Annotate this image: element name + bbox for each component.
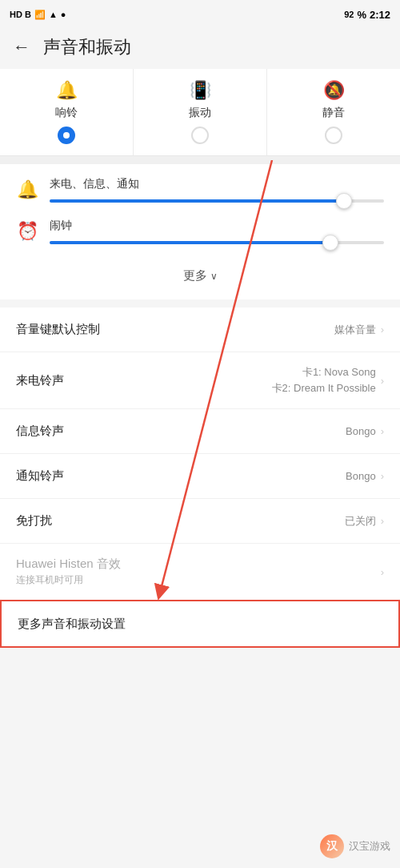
notification-vol-content: 来电、信息、通知 <box>50 177 384 203</box>
message-tone-label: 信息铃声 <box>16 424 346 439</box>
alarm-slider-fill <box>50 241 330 244</box>
alarm-slider-track <box>50 241 384 244</box>
volume-key-value: 媒体音量 <box>334 323 376 337</box>
volume-key-label: 音量键默认控制 <box>16 322 334 337</box>
page-wrapper: HD B 📶 ▲ ● 92 % 2:12 ← 声音和振动 🔔 响铃 📳 振动 🔕… <box>0 0 400 648</box>
more-chevron-icon: ∨ <box>210 271 218 282</box>
volume-key-chevron: › <box>381 323 384 336</box>
message-tone-chevron: › <box>381 425 384 437</box>
notification-tone-chevron: › <box>381 470 384 482</box>
notification-slider-thumb[interactable] <box>336 193 352 209</box>
ringtone-card1: 卡1: Nova Song <box>302 365 376 380</box>
more-label: 更多 <box>183 268 207 283</box>
ringtone-label: 来电铃声 <box>16 373 272 388</box>
notification-vol-icon: 🔔 <box>16 179 38 200</box>
ringtone-right: 卡1: Nova Song 卡2: Dream It Possible › <box>272 365 384 396</box>
notification-tone-value: Bongo <box>346 470 376 482</box>
settings-item-volume-key[interactable]: 音量键默认控制 媒体音量 › <box>0 307 400 352</box>
ringtone-card2: 卡2: Dream It Possible <box>272 381 376 396</box>
alarm-vol-icon: ⏰ <box>16 221 38 242</box>
dnd-right: 已关闭 › <box>345 514 384 528</box>
ring-mode-silent-label: 静音 <box>322 106 345 120</box>
histen-content: Huawei Histen 音效 连接耳机时可用 <box>16 557 121 587</box>
ring-radio-silent[interactable] <box>325 127 342 144</box>
watermark-logo: 汉 <box>320 834 344 858</box>
status-icons: ● <box>61 10 66 19</box>
histen-right: › <box>379 566 384 578</box>
status-bar: HD B 📶 ▲ ● 92 % 2:12 <box>0 0 400 29</box>
settings-item-notification-tone[interactable]: 通知铃声 Bongo › <box>0 454 400 499</box>
histen-sub-label: 连接耳机时可用 <box>16 573 121 587</box>
ring-mode-silent[interactable]: 🔕 静音 <box>267 69 400 155</box>
settings-item-histen[interactable]: Huawei Histen 音效 连接耳机时可用 › <box>0 544 400 600</box>
dnd-chevron: › <box>381 515 384 527</box>
notification-slider-track <box>50 199 384 203</box>
histen-chevron: › <box>381 566 384 578</box>
notification-vol-label: 来电、信息、通知 <box>50 177 384 191</box>
battery-indicator: 92 <box>344 10 354 19</box>
page-title: 声音和振动 <box>43 35 131 59</box>
message-tone-right: Bongo › <box>346 425 384 437</box>
more-settings-label: 更多声音和振动设置 <box>18 617 382 632</box>
volume-section: 🔔 来电、信息、通知 ⏰ 闹钟 更多 ∨ <box>0 164 400 299</box>
ringtone-chevron: › <box>381 375 384 387</box>
status-network: HD B <box>10 10 31 19</box>
more-settings-container: 更多声音和振动设置 <box>0 600 400 648</box>
settings-item-ringtone[interactable]: 来电铃声 卡1: Nova Song 卡2: Dream It Possible… <box>0 352 400 409</box>
notification-tone-label: 通知铃声 <box>16 468 346 484</box>
ring-radio-vibrate[interactable] <box>191 127 209 144</box>
status-right: 92 % 2:12 <box>344 9 390 21</box>
vibrate-icon: 📳 <box>190 80 211 101</box>
volume-key-right: 媒体音量 › <box>334 323 384 337</box>
more-button[interactable]: 更多 ∨ <box>16 260 384 287</box>
ring-mode-vibrate-label: 振动 <box>189 106 211 120</box>
ringtone-multi-value: 卡1: Nova Song 卡2: Dream It Possible <box>272 365 376 396</box>
alarm-slider-thumb[interactable] <box>322 235 338 251</box>
settings-item-message-tone[interactable]: 信息铃声 Bongo › <box>0 409 400 454</box>
header: ← 声音和振动 <box>0 29 400 69</box>
volume-row-alarm: ⏰ 闹钟 <box>16 219 384 244</box>
watermark-site-text: 汉宝游戏 <box>349 839 390 854</box>
ring-bell-icon: 🔔 <box>56 80 78 101</box>
watermark: 汉 汉宝游戏 <box>320 834 390 858</box>
battery-percent: % <box>357 9 366 21</box>
ring-mode-vibrate[interactable]: 📳 振动 <box>134 69 267 155</box>
settings-item-dnd[interactable]: 免打扰 已关闭 › <box>0 499 400 544</box>
watermark-logo-text: 汉 <box>326 839 338 854</box>
ring-mode-ring[interactable]: 🔔 响铃 <box>0 69 134 155</box>
time-display: 2:12 <box>370 9 390 21</box>
dnd-value: 已关闭 <box>345 514 376 528</box>
status-left: HD B 📶 ▲ ● <box>10 10 66 20</box>
notification-slider-fill <box>50 199 344 203</box>
status-wifi: ▲ <box>49 10 58 19</box>
silent-icon: 🔕 <box>323 80 345 101</box>
message-tone-value: Bongo <box>346 425 376 437</box>
alarm-vol-content: 闹钟 <box>50 219 384 244</box>
dnd-label: 免打扰 <box>16 513 345 528</box>
alarm-vol-label: 闹钟 <box>50 219 384 233</box>
volume-row-notification: 🔔 来电、信息、通知 <box>16 177 384 203</box>
status-signal: 📶 <box>34 10 46 20</box>
ring-mode-ring-label: 响铃 <box>55 106 78 120</box>
settings-list: 音量键默认控制 媒体音量 › 来电铃声 卡1: Nova Song 卡2: Dr… <box>0 307 400 600</box>
notification-tone-right: Bongo › <box>346 470 384 482</box>
ring-mode-selector: 🔔 响铃 📳 振动 🔕 静音 <box>0 69 400 156</box>
section-divider-1 <box>0 156 400 164</box>
ring-radio-ring[interactable] <box>58 127 75 144</box>
back-button[interactable]: ← <box>13 38 30 56</box>
settings-item-more-settings[interactable]: 更多声音和振动设置 <box>2 601 398 646</box>
histen-label: Huawei Histen 音效 <box>16 557 121 572</box>
